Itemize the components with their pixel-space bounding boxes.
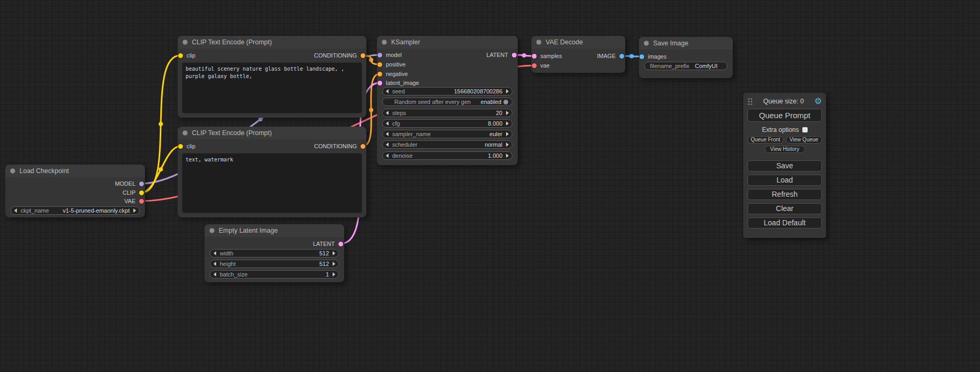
node-empty-latent-image[interactable]: Empty Latent Image LATENT width 512 heig… [205, 224, 344, 282]
input-slot-latent-image[interactable]: latent_image [377, 79, 419, 87]
load-button[interactable]: Load [748, 175, 822, 186]
increment-arrow-icon[interactable] [333, 262, 335, 266]
increment-arrow-icon[interactable] [333, 272, 335, 276]
decrement-arrow-icon[interactable] [214, 251, 216, 255]
view-history-button[interactable]: View History [765, 146, 805, 153]
output-slot-model[interactable]: MODEL [115, 179, 144, 188]
output-slot-vae[interactable]: VAE [124, 197, 144, 205]
toggle-dot-icon[interactable] [503, 100, 508, 104]
node-save-image[interactable]: Save Image images filename_prefix ComfyU… [639, 37, 733, 78]
node-title-bar[interactable]: Empty Latent Image [205, 224, 344, 237]
slot-dot-icon[interactable] [639, 54, 644, 59]
node-clip-text-encode-negative[interactable]: CLIP Text Encode (Prompt) clip CONDITION… [178, 127, 366, 217]
decrement-arrow-icon[interactable] [14, 208, 17, 213]
output-slot-image[interactable]: IMAGE [597, 52, 624, 60]
collapse-dot-icon[interactable] [182, 40, 188, 45]
widget-cfg[interactable]: cfg 8.000 [382, 119, 512, 128]
slot-dot-icon[interactable] [361, 53, 365, 58]
slot-dot-icon[interactable] [139, 182, 144, 186]
widget-batch-size[interactable]: batch_size 1 [210, 270, 339, 279]
extra-options-checkbox[interactable] [802, 127, 808, 132]
slot-dot-icon[interactable] [532, 54, 537, 59]
collapse-dot-icon[interactable] [209, 228, 215, 233]
node-title-bar[interactable]: CLIP Text Encode (Prompt) [178, 127, 366, 139]
widget-filename-prefix[interactable]: filename_prefix ComfyUI [644, 62, 727, 70]
output-slot-conditioning[interactable]: CONDITIONING [314, 142, 365, 150]
node-title-bar[interactable]: Save Image [639, 37, 733, 50]
queue-prompt-button[interactable]: Queue Prompt [748, 109, 822, 122]
widget-ckpt-name[interactable]: ckpt_name v1-5-pruned-emaonly.ckpt [11, 206, 140, 215]
input-slot-clip[interactable]: clip [178, 142, 196, 150]
collapse-dot-icon[interactable] [644, 41, 649, 46]
increment-arrow-icon[interactable] [506, 121, 509, 126]
node-vae-decode[interactable]: VAE Decode samples vae IMAGE [531, 36, 625, 73]
output-slot-conditioning[interactable]: CONDITIONING [314, 51, 365, 60]
increment-arrow-icon[interactable] [506, 142, 509, 147]
slot-dot-icon[interactable] [139, 199, 144, 204]
slot-dot-icon[interactable] [377, 53, 382, 58]
decrement-arrow-icon[interactable] [386, 121, 389, 126]
widget-scheduler[interactable]: scheduler normal [382, 140, 512, 149]
decrement-arrow-icon[interactable] [386, 111, 389, 115]
widget-denoise[interactable]: denoise 1.000 [382, 151, 512, 160]
collapse-dot-icon[interactable] [10, 168, 15, 174]
node-title-bar[interactable]: Load Checkpoint [5, 165, 145, 177]
widget-seed[interactable]: seed 156680208700286 [382, 87, 512, 96]
decrement-arrow-icon[interactable] [214, 262, 216, 266]
node-load-checkpoint[interactable]: Load Checkpoint MODEL CLIP VAE ckpt_name… [5, 165, 145, 217]
widget-height[interactable]: height 512 [210, 260, 339, 268]
widget-steps[interactable]: steps 20 [382, 109, 512, 117]
view-queue-button[interactable]: View Queue [786, 136, 822, 144]
increment-arrow-icon[interactable] [506, 89, 509, 93]
slot-dot-icon[interactable] [377, 81, 382, 85]
widget-sampler-name[interactable]: sampler_name euler [382, 130, 512, 138]
slot-dot-icon[interactable] [178, 144, 183, 149]
input-slot-samples[interactable]: samples [532, 52, 562, 60]
slot-dot-icon[interactable] [139, 190, 144, 195]
input-slot-clip[interactable]: clip [178, 51, 196, 60]
increment-arrow-icon[interactable] [333, 251, 335, 255]
decrement-arrow-icon[interactable] [214, 272, 216, 276]
collapse-dot-icon[interactable] [182, 130, 188, 136]
decrement-arrow-icon[interactable] [386, 89, 389, 93]
input-slot-images[interactable]: images [639, 52, 666, 61]
decrement-arrow-icon[interactable] [386, 142, 389, 147]
collapse-dot-icon[interactable] [382, 40, 387, 45]
slot-dot-icon[interactable] [377, 62, 382, 67]
decrement-arrow-icon[interactable] [386, 132, 389, 136]
drag-handle-icon[interactable] [748, 98, 753, 105]
node-clip-text-encode-positive[interactable]: CLIP Text Encode (Prompt) clip CONDITION… [178, 36, 366, 118]
queue-front-button[interactable]: Queue Front [748, 136, 783, 144]
slot-dot-icon[interactable] [532, 63, 537, 68]
clear-button[interactable]: Clear [748, 203, 822, 214]
increment-arrow-icon[interactable] [506, 154, 509, 158]
increment-arrow-icon[interactable] [133, 208, 136, 213]
input-slot-positive[interactable]: positive [377, 60, 405, 69]
slot-dot-icon[interactable] [619, 54, 624, 59]
save-button[interactable]: Save [748, 160, 822, 171]
output-slot-clip[interactable]: CLIP [123, 188, 144, 197]
output-slot-latent[interactable]: LATENT [487, 51, 517, 59]
slot-dot-icon[interactable] [512, 53, 517, 58]
output-slot-latent[interactable]: LATENT [313, 240, 343, 248]
node-title-bar[interactable]: VAE Decode [531, 36, 625, 49]
settings-gear-icon[interactable]: ⚙ [814, 97, 822, 106]
collapse-dot-icon[interactable] [536, 40, 541, 45]
node-graph-canvas[interactable]: Load Checkpoint MODEL CLIP VAE ckpt_name… [0, 0, 980, 372]
slot-dot-icon[interactable] [361, 144, 365, 149]
widget-random-seed-toggle[interactable]: Random seed after every gen enabled [382, 98, 512, 106]
slot-dot-icon[interactable] [178, 53, 183, 58]
increment-arrow-icon[interactable] [506, 132, 509, 136]
slot-dot-icon[interactable] [377, 72, 382, 77]
node-ksampler[interactable]: KSampler model positive negative latent_… [377, 36, 518, 165]
negative-prompt-textarea[interactable]: text, watermark [182, 153, 362, 213]
decrement-arrow-icon[interactable] [386, 154, 389, 158]
slot-dot-icon[interactable] [338, 242, 343, 246]
input-slot-vae[interactable]: vae [532, 61, 550, 70]
refresh-button[interactable]: Refresh [748, 189, 822, 200]
increment-arrow-icon[interactable] [506, 111, 509, 115]
widget-width[interactable]: width 512 [210, 249, 339, 257]
input-slot-negative[interactable]: negative [377, 70, 408, 78]
input-slot-model[interactable]: model [377, 51, 402, 59]
positive-prompt-textarea[interactable]: beautiful scenery nature glass bottle la… [182, 62, 362, 113]
